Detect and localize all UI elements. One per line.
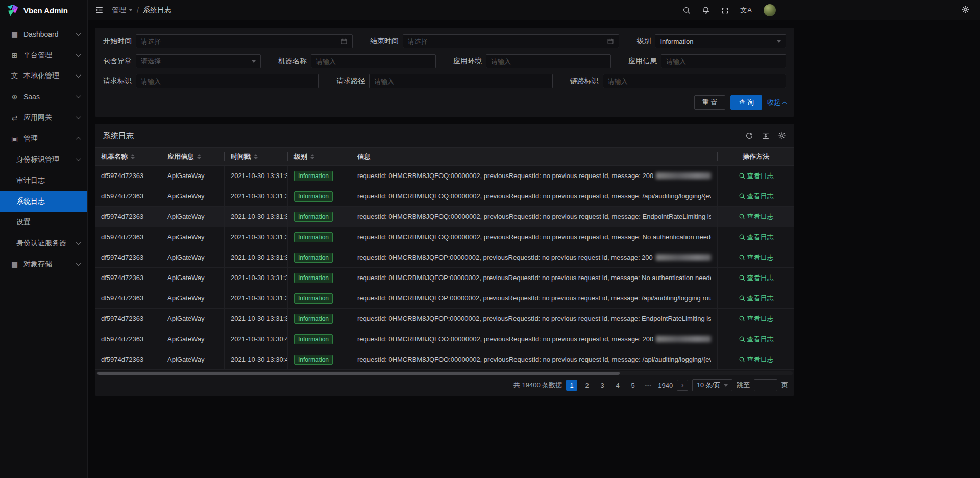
- cell-timestamp: 2021-10-30 13:31:36: [225, 288, 288, 308]
- page-button[interactable]: 1: [566, 380, 577, 391]
- jump-page-input[interactable]: [754, 379, 777, 391]
- bell-icon[interactable]: [702, 6, 710, 14]
- chevron-icon: [76, 114, 81, 119]
- cell-app: ApiGateWay: [161, 207, 225, 227]
- table-row[interactable]: df5974d72363 ApiGateWay 2021-10-30 13:31…: [95, 268, 794, 288]
- sidebar-item[interactable]: 系统日志: [0, 191, 87, 212]
- column-header-level[interactable]: 级别: [288, 148, 351, 165]
- column-header-actions: 操作方法: [718, 148, 794, 165]
- table-row[interactable]: df5974d72363 ApiGateWay 2021-10-30 13:31…: [95, 227, 794, 247]
- machine-name-input[interactable]: [316, 58, 431, 65]
- sidebar-item[interactable]: 身份标识管理: [0, 149, 87, 170]
- page-button[interactable]: •••: [643, 380, 654, 391]
- start-time-picker[interactable]: [136, 34, 353, 48]
- field-environment: 应用环境: [453, 54, 611, 68]
- view-log-button[interactable]: 查看日志: [739, 273, 774, 283]
- view-log-button[interactable]: 查看日志: [739, 314, 774, 323]
- start-time-input[interactable]: [141, 38, 337, 45]
- view-log-button[interactable]: 查看日志: [739, 171, 774, 181]
- calendar-icon: [340, 38, 348, 45]
- column-header-timestamp[interactable]: 时间戳: [225, 148, 288, 165]
- view-log-button[interactable]: 查看日志: [739, 335, 774, 344]
- page-button[interactable]: 5: [627, 380, 639, 391]
- chevron-icon: [76, 93, 81, 98]
- page-size-select[interactable]: 10 条/页: [692, 379, 732, 391]
- level-badge: Information: [294, 273, 333, 283]
- platform-icon: ⊞: [10, 51, 19, 59]
- cell-level: Information: [288, 288, 351, 308]
- column-header-app[interactable]: 应用信息: [161, 148, 225, 165]
- pagination: 共 19400 条数据 1 2 3 4 5 ••• 1940 ›: [95, 376, 794, 394]
- table-row[interactable]: df5974d72363 ApiGateWay 2021-10-30 13:31…: [95, 186, 794, 207]
- field-start-time: 开始时间: [103, 34, 353, 48]
- cell-level: Information: [288, 309, 351, 329]
- cell-machine: df5974d72363: [95, 186, 161, 206]
- level-select[interactable]: Information: [655, 34, 786, 48]
- page-button[interactable]: 3: [597, 380, 608, 391]
- cell-level: Information: [288, 247, 351, 267]
- brand[interactable]: Vben Admin: [0, 0, 87, 20]
- sidebar-item[interactable]: ⊞ 平台管理: [0, 44, 87, 65]
- environment-input[interactable]: [491, 58, 606, 65]
- table-row[interactable]: df5974d72363 ApiGateWay 2021-10-30 13:31…: [95, 288, 794, 309]
- sidebar-item[interactable]: ▤ 对象存储: [0, 254, 87, 274]
- level-badge: Information: [294, 355, 333, 365]
- table-row[interactable]: df5974d72363 ApiGateWay 2021-10-30 13:31…: [95, 309, 794, 329]
- scrollbar-thumb[interactable]: [97, 372, 620, 375]
- chevron-icon: [76, 261, 81, 266]
- end-time-picker[interactable]: [403, 34, 620, 48]
- header-actions: 文A: [682, 0, 776, 20]
- menu-fold-icon[interactable]: [95, 6, 104, 14]
- cell-message: requestId: 0HMCRBM8JQFOP:00000002, previ…: [351, 268, 718, 288]
- sidebar-item[interactable]: 文 本地化管理: [0, 65, 87, 86]
- collapse-form-button[interactable]: 收起: [767, 98, 786, 107]
- table-row[interactable]: df5974d72363 ApiGateWay 2021-10-30 13:30…: [95, 349, 794, 370]
- sidebar-item[interactable]: ⊕ Saas: [0, 86, 87, 107]
- page-button[interactable]: 1940: [658, 380, 673, 391]
- breadcrumb-root[interactable]: 管理: [112, 6, 133, 15]
- sidebar-item[interactable]: ▦ Dashboard: [0, 23, 87, 44]
- search-icon[interactable]: [682, 6, 691, 14]
- end-time-input[interactable]: [408, 38, 604, 45]
- cell-level: Information: [288, 166, 351, 186]
- chevron-up-icon: [782, 101, 787, 105]
- column-header-machine[interactable]: 机器名称: [95, 148, 161, 165]
- request-id-input[interactable]: [141, 78, 314, 85]
- sidebar-item[interactable]: 审计日志: [0, 170, 87, 191]
- view-log-button[interactable]: 查看日志: [739, 294, 774, 303]
- view-log-button[interactable]: 查看日志: [739, 192, 774, 201]
- column-height-icon[interactable]: [762, 132, 770, 140]
- has-exception-select[interactable]: 请选择: [136, 54, 261, 68]
- table-settings-icon[interactable]: [778, 132, 786, 140]
- reset-button[interactable]: 重 置: [694, 95, 726, 110]
- request-path-input[interactable]: [374, 78, 547, 85]
- cell-timestamp: 2021-10-30 13:31:36: [225, 247, 288, 267]
- sidebar-item[interactable]: 设置: [0, 212, 87, 233]
- sidebar-item[interactable]: ⇄ 应用网关: [0, 107, 87, 128]
- search-button[interactable]: 查 询: [730, 95, 762, 110]
- table-row[interactable]: df5974d72363 ApiGateWay 2021-10-30 13:31…: [95, 166, 794, 186]
- sidebar-item[interactable]: 身份认证服务器: [0, 233, 87, 254]
- view-log-button[interactable]: 查看日志: [739, 212, 774, 221]
- chevron-icon: [76, 240, 81, 245]
- avatar[interactable]: [764, 4, 776, 16]
- table-title-row: 系统日志: [95, 124, 794, 147]
- translate-icon[interactable]: 文A: [740, 6, 752, 15]
- cell-actions: 查看日志: [718, 227, 794, 247]
- fullscreen-icon[interactable]: [721, 7, 729, 14]
- view-log-button[interactable]: 查看日志: [739, 253, 774, 262]
- saas-icon: ⊕: [10, 93, 19, 101]
- next-page-button[interactable]: ›: [677, 380, 688, 391]
- table-row[interactable]: df5974d72363 ApiGateWay 2021-10-30 13:31…: [95, 247, 794, 268]
- table-row[interactable]: df5974d72363 ApiGateWay 2021-10-30 13:31…: [95, 207, 794, 227]
- settings-icon[interactable]: [961, 5, 970, 14]
- sidebar-item[interactable]: ▣ 管理: [0, 128, 87, 149]
- table-row[interactable]: df5974d72363 ApiGateWay 2021-10-30 13:30…: [95, 329, 794, 349]
- page-button[interactable]: 2: [581, 380, 593, 391]
- trace-id-input[interactable]: [608, 78, 781, 85]
- app-info-input[interactable]: [666, 58, 781, 65]
- view-log-button[interactable]: 查看日志: [739, 355, 774, 364]
- refresh-icon[interactable]: [745, 132, 753, 140]
- view-log-button[interactable]: 查看日志: [739, 233, 774, 242]
- page-button[interactable]: 4: [612, 380, 623, 391]
